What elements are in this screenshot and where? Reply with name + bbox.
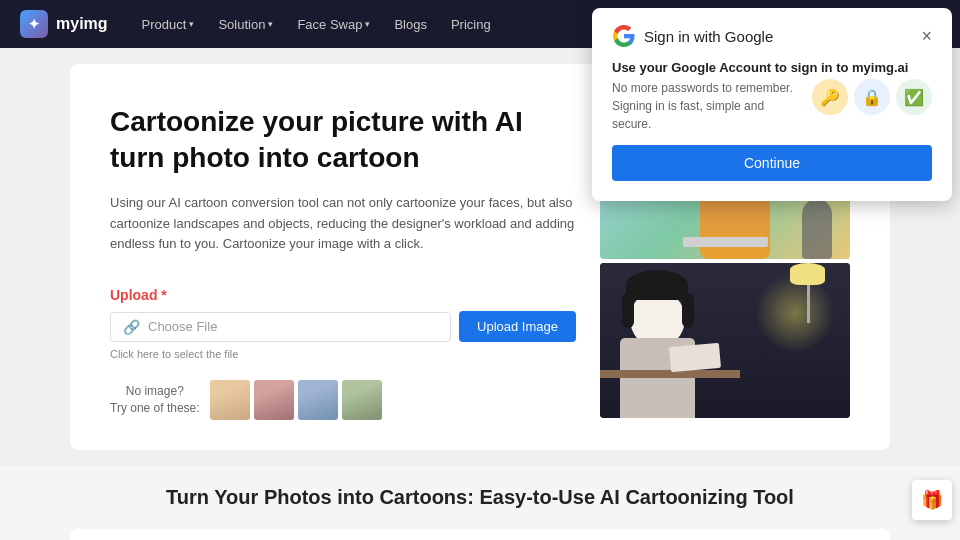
popup-subtitle: Use your Google Account to sign in to my… xyxy=(612,60,932,75)
sample-thumb-4[interactable] xyxy=(342,380,382,420)
sample-section: No image? Try one of these: xyxy=(110,380,576,420)
nav-blogs[interactable]: Blogs xyxy=(384,13,437,36)
sample-thumbnails xyxy=(210,380,382,420)
hero-image-bottom xyxy=(600,263,850,418)
bottom-card: AI turn photo into cartoon with one Clic… xyxy=(70,529,890,540)
upload-section: Upload * 🔗 Choose File Upload Image Clic… xyxy=(110,287,576,360)
gift-button[interactable]: 🎁 xyxy=(912,480,952,520)
sample-thumb-2[interactable] xyxy=(254,380,294,420)
upload-label: Upload * xyxy=(110,287,576,303)
popup-description: No more passwords to remember. Signing i… xyxy=(612,79,800,133)
hero-title: Cartoonize your picture with AI turn pho… xyxy=(110,104,576,177)
hero-description: Using our AI cartoon conversion tool can… xyxy=(110,193,576,255)
upload-input-row: 🔗 Choose File Upload Image xyxy=(110,311,576,342)
choose-file-text: Choose File xyxy=(148,319,217,334)
upload-hint: Click here to select the file xyxy=(110,348,576,360)
nav-solution[interactable]: Solution ▾ xyxy=(208,13,283,36)
key-icon: 🔑 xyxy=(812,79,848,115)
google-signin-popup: Sign in with Google × Use your Google Ac… xyxy=(592,8,952,201)
continue-button[interactable]: Continue xyxy=(612,145,932,181)
nav-faceswap[interactable]: Face Swap ▾ xyxy=(287,13,380,36)
nav-product[interactable]: Product ▾ xyxy=(132,13,205,36)
bottom-section: Turn Your Photos into Cartoons: Easy-to-… xyxy=(0,466,960,540)
popup-header: Sign in with Google × xyxy=(612,24,932,48)
google-logo-row: Sign in with Google xyxy=(612,24,773,48)
google-g-icon xyxy=(612,24,636,48)
brand-name: myimg xyxy=(56,15,108,33)
popup-title: Sign in with Google xyxy=(644,28,773,45)
shield-icon: 🔒 xyxy=(854,79,890,115)
bottom-title: Turn Your Photos into Cartoons: Easy-to-… xyxy=(0,486,960,509)
popup-icons-row: 🔑 🔒 ✅ xyxy=(812,79,932,115)
brand-logo[interactable]: ✦ myimg xyxy=(20,10,108,38)
nav-items: Product ▾ Solution ▾ Face Swap ▾ Blogs P… xyxy=(132,13,501,36)
required-marker: * xyxy=(157,287,166,303)
chevron-down-icon: ▾ xyxy=(365,19,370,29)
link-icon: 🔗 xyxy=(123,319,140,335)
sample-thumb-3[interactable] xyxy=(298,380,338,420)
logo-icon: ✦ xyxy=(20,10,48,38)
file-input-box[interactable]: 🔗 Choose File xyxy=(110,312,451,342)
sample-label: No image? Try one of these: xyxy=(110,383,200,417)
sample-thumb-1[interactable] xyxy=(210,380,250,420)
chevron-down-icon: ▾ xyxy=(189,19,194,29)
upload-button[interactable]: Upload Image xyxy=(459,311,576,342)
nav-pricing[interactable]: Pricing xyxy=(441,13,501,36)
content-left: Cartoonize your picture with AI turn pho… xyxy=(110,104,576,420)
check-icon: ✅ xyxy=(896,79,932,115)
gift-icon: 🎁 xyxy=(921,489,943,511)
chevron-down-icon: ▾ xyxy=(268,19,273,29)
popup-close-button[interactable]: × xyxy=(921,27,932,45)
